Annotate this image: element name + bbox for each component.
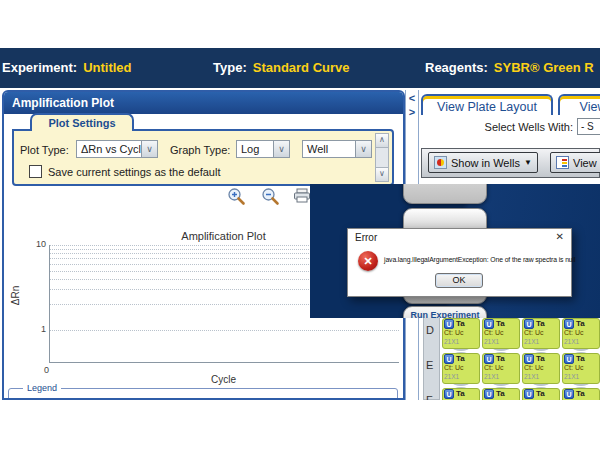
well-text: UTaCt: Uc21X1 (524, 388, 559, 400)
run-experiment-button[interactable]: Run Experiment (403, 306, 487, 318)
well-text: UTaCt: Uc21X1 (484, 318, 519, 349)
plate-well[interactable]: UTaCt: Uc21X1 (522, 317, 560, 350)
well-text: UTaCt: Uc21X1 (444, 353, 479, 384)
error-icon: ✕ (358, 251, 378, 271)
chevron-down-icon: ∨ (141, 141, 157, 157)
plate-toolbar: Show in Wells ▼ View L (421, 148, 600, 178)
settings-scrollbar[interactable]: ∧ ∨ (375, 133, 389, 182)
collapse-left-icon[interactable]: < (406, 92, 418, 104)
plate-well[interactable]: UTaCt: Uc21X1 (482, 317, 520, 350)
well-quantity-text: 21X1 (564, 338, 599, 346)
save-default-label: Save current settings as the default (48, 166, 220, 178)
scroll-down-icon[interactable]: ∨ (376, 167, 388, 181)
well-sample-text: Ct: Uc (524, 399, 559, 400)
printer-icon (292, 187, 312, 205)
plot-color-value: Well (307, 143, 328, 155)
plate-well[interactable]: UTaCt: Uc21X1 (442, 352, 480, 385)
plate-well[interactable]: UTaCt: Uc21X1 (562, 387, 600, 400)
y-tick-1: 1 (28, 324, 46, 334)
experiment-field: Experiment:Untitled (2, 48, 132, 88)
plate-well[interactable]: UTaCt: Uc21X1 (522, 352, 560, 385)
task-unknown-badge: U (444, 354, 454, 364)
graph-type-select[interactable]: Log ∨ (236, 140, 290, 158)
tab-view-well-table[interactable]: View (558, 94, 600, 115)
type-label: Type: (213, 60, 247, 75)
well-text: UTaCt: Uc21X1 (444, 318, 479, 349)
chart-x-axis-label: Cycle (49, 374, 398, 385)
zoom-out-button[interactable] (260, 187, 282, 207)
app-screen: Experiment:Untitled Type:Standard Curve … (0, 0, 600, 450)
view-legend-label: View L (573, 157, 600, 169)
task-unknown-badge: U (484, 389, 494, 399)
well-text: UTaCt: Uc21X1 (524, 353, 559, 384)
show-in-wells-label: Show in Wells (451, 157, 520, 169)
well-quantity-text: 21X1 (484, 338, 519, 346)
plate-well[interactable]: UTaCt: Uc21X1 (442, 387, 480, 400)
wells-color-icon (434, 156, 447, 169)
task-unknown-badge: U (484, 319, 494, 329)
caret-down-icon: ▼ (524, 158, 532, 167)
close-icon[interactable]: ✕ (556, 231, 564, 242)
ok-button[interactable]: OK (435, 273, 483, 288)
y-tick-10: 10 (28, 239, 46, 249)
experiment-label: Experiment: (2, 60, 77, 75)
well-sample-text: Ct: Uc (564, 329, 599, 338)
well-target: Ta (576, 389, 585, 398)
well-quantity-text: 21X1 (564, 373, 599, 381)
show-in-wells-button[interactable]: Show in Wells ▼ (428, 152, 538, 173)
plate-well[interactable]: UTaCt: Uc21X1 (482, 352, 520, 385)
plate-row-label[interactable]: F (426, 394, 433, 400)
error-dialog: Error ✕ ✕ java.lang.IllegalArgumentExcep… (347, 228, 572, 297)
well-sample-text: Ct: Uc (444, 329, 479, 338)
well-sample-text: Ct: Uc (564, 399, 599, 400)
plate-well[interactable]: UTaCt: Uc21X1 (562, 352, 600, 385)
well-target: Ta (456, 319, 465, 328)
plate-well[interactable]: UTaCt: Uc21X1 (442, 317, 480, 350)
plate-well[interactable]: UTaCt: Uc21X1 (562, 317, 600, 350)
scroll-up-icon[interactable]: ∧ (376, 134, 388, 148)
legend-table-icon (556, 156, 569, 169)
tab-view-plate-layout[interactable]: View Plate Layout (421, 94, 553, 115)
save-default-row: Save current settings as the default (29, 165, 220, 178)
well-target: Ta (536, 319, 545, 328)
zoom-in-button[interactable] (226, 187, 248, 207)
select-wells-dropdown[interactable]: - S (577, 118, 600, 135)
tab-plot-settings[interactable]: Plot Settings (30, 113, 134, 131)
instrument-button-1[interactable] (403, 184, 487, 204)
view-legend-button[interactable]: View L (550, 152, 600, 173)
chevron-down-icon: ∨ (355, 141, 371, 157)
well-quantity-text: 21X1 (484, 373, 519, 381)
well-sample-text: Ct: Uc (484, 364, 519, 373)
task-unknown-badge: U (564, 319, 574, 329)
plate-row-label[interactable]: D (426, 324, 434, 336)
well-text: UTaCt: Uc21X1 (564, 388, 599, 400)
plot-color-select[interactable]: Well ∨ (302, 140, 372, 158)
task-unknown-badge: U (564, 354, 574, 364)
select-wells-label: Select Wells With: (459, 121, 573, 133)
legend-fieldset: Legend (8, 388, 398, 400)
chart-gridline (50, 330, 399, 331)
task-unknown-badge: U (444, 319, 454, 329)
expand-right-icon[interactable]: > (406, 106, 418, 118)
plate-well[interactable]: UTaCt: Uc21X1 (522, 387, 560, 400)
save-default-checkbox[interactable] (29, 165, 42, 178)
well-target: Ta (536, 389, 545, 398)
zoom-out-icon (260, 187, 282, 207)
plate-grid: DUTaCt: Uc21X1UTaCt: Uc21X1UTaCt: Uc21X1… (419, 317, 600, 400)
type-value: Standard Curve (253, 60, 350, 75)
well-sample-text: Ct: Uc (444, 364, 479, 373)
well-target: Ta (456, 354, 465, 363)
well-target: Ta (496, 354, 505, 363)
plate-row-label[interactable]: E (426, 359, 433, 371)
zoom-in-icon (226, 187, 248, 207)
panel-title: Amplification Plot (4, 92, 403, 114)
task-unknown-badge: U (444, 389, 454, 399)
well-text: UTaCt: Uc21X1 (564, 318, 599, 349)
dialog-title: Error (355, 232, 377, 243)
well-sample-text: Ct: Uc (524, 329, 559, 338)
reagents-field: Reagents:SYBR® Green R (425, 48, 594, 88)
plate-well[interactable]: UTaCt: Uc21X1 (482, 387, 520, 400)
well-sample-text: Ct: Uc (524, 364, 559, 373)
task-unknown-badge: U (524, 319, 534, 329)
plot-type-select[interactable]: ΔRn vs Cycle ∨ (76, 140, 158, 158)
